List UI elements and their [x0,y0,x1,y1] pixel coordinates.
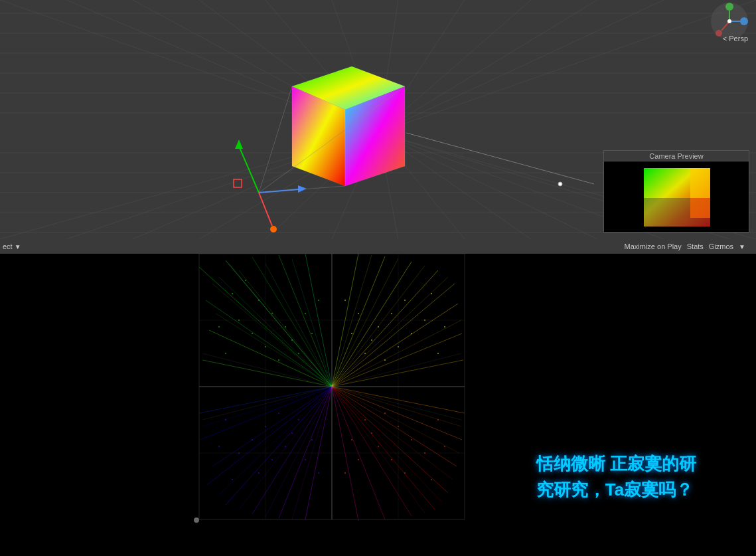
svg-point-154 [358,313,359,314]
svg-point-157 [444,326,445,327]
camera-preview-title: Camera Preview [603,150,749,161]
svg-point-149 [391,313,392,314]
svg-point-159 [384,413,386,414]
camera-preview [603,161,749,232]
svg-point-145 [371,339,372,341]
svg-point-152 [431,293,432,294]
svg-point-48 [270,226,277,232]
svg-point-147 [378,326,379,327]
svg-point-160 [371,432,372,434]
svg-point-181 [258,472,260,474]
svg-point-155 [344,300,346,301]
svg-point-167 [431,479,432,480]
svg-point-185 [318,472,319,474]
svg-point-139 [318,300,319,301]
svg-point-148 [411,333,412,334]
svg-point-173 [298,419,299,420]
svg-point-127 [298,353,299,354]
svg-point-142 [245,280,246,281]
svg-point-132 [252,333,253,334]
svg-point-183 [311,439,313,440]
svg-point-163 [411,439,412,440]
svg-point-172 [444,446,445,447]
svg-point-144 [384,359,386,361]
svg-point-151 [404,300,406,301]
svg-point-162 [378,446,379,447]
gizmos-dropdown-icon[interactable]: ▼ [739,243,745,250]
game-view[interactable]: 恬纳微晰 正寂寞的研 究研究，Ta寂寞吗？ [0,254,756,556]
scene-toolbar: ect ▼ Maximize on Play Stats Gizmos ▼ [0,239,756,254]
stats-label[interactable]: Stats [687,242,704,250]
svg-point-187 [218,446,220,447]
svg-point-135 [258,300,260,301]
svg-point-138 [305,313,306,314]
persp-label: < Persp [723,35,748,43]
chinese-text-overlay: 恬纳微晰 正寂寞的研 究研究，Ta寂寞吗？ [536,451,696,503]
svg-point-129 [291,339,293,341]
svg-point-141 [218,326,220,327]
svg-point-179 [271,459,273,460]
game-view-dot-indicator [194,517,199,523]
object-select-label: ect [3,242,13,250]
svg-point-128 [278,359,279,361]
svg-point-60 [716,30,722,37]
svg-point-174 [278,413,279,414]
svg-point-170 [344,472,346,474]
svg-point-171 [437,419,439,420]
svg-point-156 [437,353,439,354]
svg-point-56 [725,3,733,11]
svg-rect-67 [690,168,710,198]
svg-point-136 [232,293,233,294]
svg-point-143 [364,353,366,354]
svg-point-184 [305,459,306,460]
svg-point-58 [740,17,748,25]
svg-point-164 [391,459,392,460]
svg-rect-68 [0,254,756,556]
svg-point-158 [364,419,366,420]
svg-point-166 [404,472,406,474]
scene-view[interactable]: < Persp Camera Preview [0,0,756,239]
svg-rect-66 [690,198,710,218]
svg-point-140 [225,353,226,354]
svg-point-131 [285,326,286,327]
svg-point-53 [558,182,562,186]
maximize-on-play-label[interactable]: Maximize on Play [625,242,682,250]
object-select-dropdown[interactable]: ▼ [15,243,21,250]
svg-point-186 [225,419,226,420]
game-view-svg [0,254,756,556]
svg-point-137 [311,333,313,334]
svg-point-168 [351,439,352,440]
svg-point-182 [232,479,233,480]
svg-point-153 [351,333,352,334]
svg-point-177 [285,446,286,447]
svg-point-133 [271,313,273,314]
svg-point-169 [358,459,359,460]
svg-point-62 [727,19,731,23]
svg-point-175 [291,432,293,434]
svg-point-178 [252,439,253,440]
gizmos-label[interactable]: Gizmos [709,242,733,250]
